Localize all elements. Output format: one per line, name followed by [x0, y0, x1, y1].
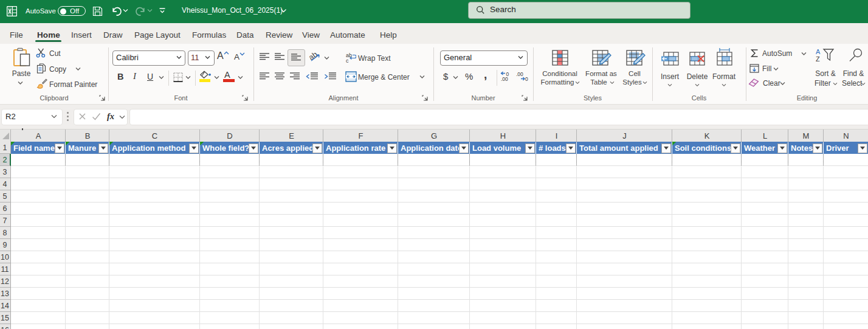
svg-text:A: A — [816, 48, 821, 55]
svg-text:.00: .00 — [501, 76, 508, 81]
svg-text:Z: Z — [816, 55, 820, 63]
svg-text:c: c — [346, 58, 349, 63]
